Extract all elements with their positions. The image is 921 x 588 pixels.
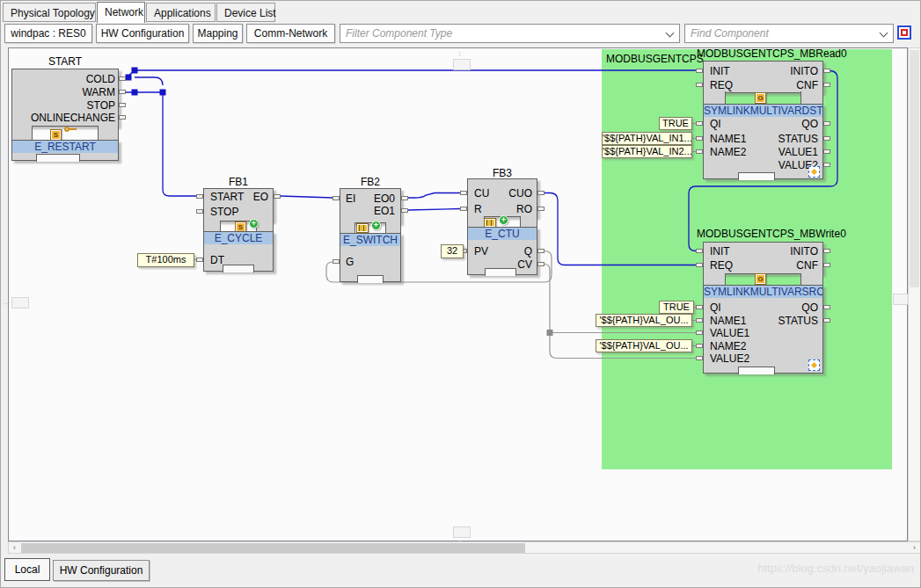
block-title: START: [11, 55, 119, 68]
vertical-scrollbar[interactable]: [908, 47, 921, 541]
filter-component-type-combo[interactable]: Filter Component Type: [340, 24, 680, 43]
block-title: MODBUSGENTCPS_MBWrite0: [697, 228, 846, 240]
pin-label: STOP: [210, 206, 238, 218]
port-nub[interactable]: [119, 103, 126, 107]
value-box-qi[interactable]: TRUE: [659, 117, 692, 130]
port-nub[interactable]: [823, 249, 830, 253]
tab-device-list[interactable]: Device List: [216, 3, 275, 22]
block-type-name[interactable]: E_SWITCH: [340, 234, 400, 246]
port-nub[interactable]: [333, 196, 340, 200]
pin-label: RO: [479, 203, 532, 215]
chevron-down-icon: [880, 29, 888, 38]
port-nub[interactable]: [196, 194, 203, 199]
resource-button[interactable]: windpac : RES0: [4, 24, 92, 43]
port-nub[interactable]: [460, 191, 467, 195]
port-nub[interactable]: [401, 196, 408, 200]
port-nub[interactable]: [537, 262, 545, 266]
port-nub[interactable]: [696, 136, 703, 141]
value-box-name1[interactable]: '$${PATH}VAL_IN1...: [602, 132, 692, 145]
tab-applications[interactable]: Applications: [146, 3, 216, 22]
port-nub[interactable]: [823, 69, 830, 73]
port-nub[interactable]: [823, 83, 830, 87]
comm-network-button[interactable]: Comm-Network: [246, 24, 335, 43]
port-nub[interactable]: [537, 249, 545, 253]
value-box-name2[interactable]: '$${PATH}VAL_IN2...: [602, 145, 692, 158]
port-nub[interactable]: [274, 194, 281, 199]
pin-label: WARM: [15, 86, 115, 98]
vertical-scrollbar-thumb[interactable]: [910, 50, 919, 287]
port-nub[interactable]: [696, 318, 703, 323]
port-nub[interactable]: [696, 149, 703, 154]
key-icon: [64, 127, 77, 134]
port-nub[interactable]: [460, 207, 467, 211]
port-nub[interactable]: [696, 69, 703, 73]
port-nub[interactable]: [696, 330, 703, 335]
value-box-pv[interactable]: 32: [441, 244, 464, 258]
pin-label: VALUE1: [710, 327, 749, 339]
port-nub[interactable]: [537, 191, 545, 195]
port-nub[interactable]: [119, 115, 126, 120]
port-nub[interactable]: [696, 121, 703, 126]
block-type-name[interactable]: SYMLINKMULTIVARSRC: [704, 286, 822, 298]
scroll-left-arrow[interactable]: ‹: [9, 542, 20, 553]
port-nub[interactable]: [823, 305, 830, 309]
global-g-icon: G: [755, 273, 766, 285]
port-nub[interactable]: [823, 121, 830, 126]
record-target-icon[interactable]: [897, 25, 911, 40]
global-g-icon: G: [755, 92, 766, 104]
tab-network[interactable]: Network: [97, 2, 145, 23]
chevron-down-icon: [666, 29, 675, 38]
port-nub[interactable]: [196, 258, 203, 262]
value-box-dt[interactable]: T#100ms: [137, 253, 194, 267]
pin-label: VALUE2: [710, 352, 749, 365]
port-nub[interactable]: [333, 259, 340, 264]
pin-label: INIT: [710, 245, 730, 258]
pin-label: Q: [479, 245, 532, 258]
canvas-grip-left[interactable]: [11, 297, 29, 309]
port-nub[interactable]: [696, 263, 703, 267]
horizontal-scrollbar[interactable]: ‹ ›: [8, 541, 921, 554]
tab-physical-topology[interactable]: Physical Topology: [3, 3, 96, 22]
modbus-group-label: MODBUSGENTCPS: [606, 53, 704, 65]
block-type-name[interactable]: E_CYCLE: [204, 232, 273, 244]
block-title: MODBUSGENTCPS_MBRead0: [697, 47, 847, 60]
pin-label: EO: [230, 191, 268, 203]
port-nub[interactable]: [823, 149, 830, 154]
horizontal-scrollbar-thumb[interactable]: [21, 543, 525, 553]
port-nub[interactable]: [696, 249, 703, 253]
add-icon: +: [249, 219, 259, 229]
port-nub[interactable]: [823, 136, 830, 141]
value-box-name1[interactable]: '$${PATH}VAL_OU...: [596, 314, 692, 327]
mapping-button[interactable]: Mapping: [193, 24, 243, 43]
find-component-combo[interactable]: Find Component: [684, 24, 894, 43]
port-nub[interactable]: [823, 318, 830, 323]
port-nub[interactable]: [696, 305, 703, 309]
port-nub[interactable]: [196, 209, 203, 214]
port-nub[interactable]: [823, 163, 830, 167]
port-nub[interactable]: [119, 90, 126, 94]
port-nub[interactable]: [696, 344, 703, 348]
pin-label: CNF: [730, 259, 818, 272]
port-nub[interactable]: [696, 356, 703, 360]
value-box-qi[interactable]: TRUE: [659, 301, 694, 314]
bottom-tab-local[interactable]: Local: [4, 558, 50, 581]
pin-label: NAME2: [710, 340, 746, 352]
port-nub[interactable]: [401, 208, 408, 213]
pin-label: VALUE1: [730, 146, 818, 158]
port-nub[interactable]: [119, 76, 126, 81]
value-box-name2[interactable]: '$${PATH}VAL_OU...: [596, 339, 692, 352]
canvas-grip-top[interactable]: [453, 59, 471, 70]
scroll-right-arrow[interactable]: ›: [909, 542, 920, 553]
bottom-tab-hw-configuration[interactable]: HW Configuration: [53, 560, 150, 581]
port-nub[interactable]: [696, 83, 703, 87]
block-title: FB3: [467, 167, 537, 179]
canvas-grip-bottom[interactable]: [453, 526, 471, 538]
block-type-name[interactable]: E_CTU: [468, 228, 537, 240]
port-nub[interactable]: [537, 207, 545, 211]
hw-configuration-button[interactable]: HW Configuration: [96, 24, 189, 43]
block-type-name[interactable]: E_RESTART: [12, 141, 118, 153]
pin-label: CNF: [730, 79, 818, 91]
block-type-name[interactable]: SYMLINKMULTIVARDST: [704, 105, 822, 117]
port-nub[interactable]: [823, 263, 830, 267]
block-notch: [738, 367, 775, 374]
